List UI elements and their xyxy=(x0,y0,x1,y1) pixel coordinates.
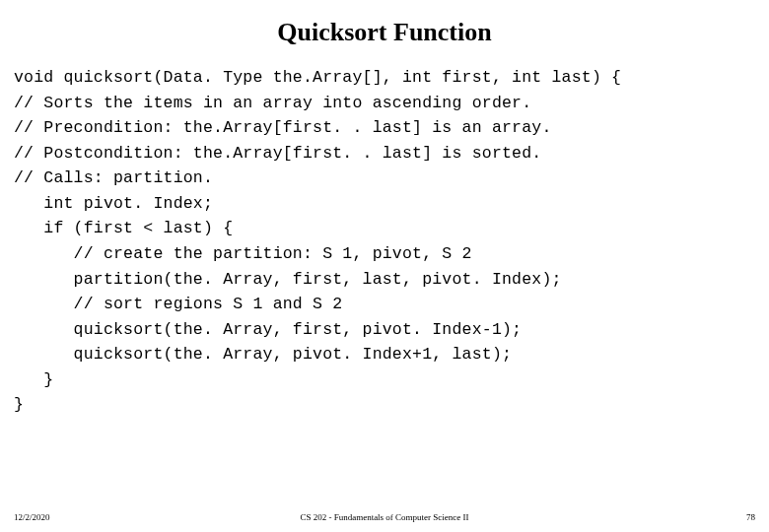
footer-course: CS 202 - Fundamentals of Computer Scienc… xyxy=(0,512,769,522)
code-block: void quicksort(Data. Type the.Array[], i… xyxy=(0,57,769,418)
footer-page-number: 78 xyxy=(746,512,755,522)
slide-title: Quicksort Function xyxy=(0,0,769,57)
slide: Quicksort Function void quicksort(Data. … xyxy=(0,0,769,532)
